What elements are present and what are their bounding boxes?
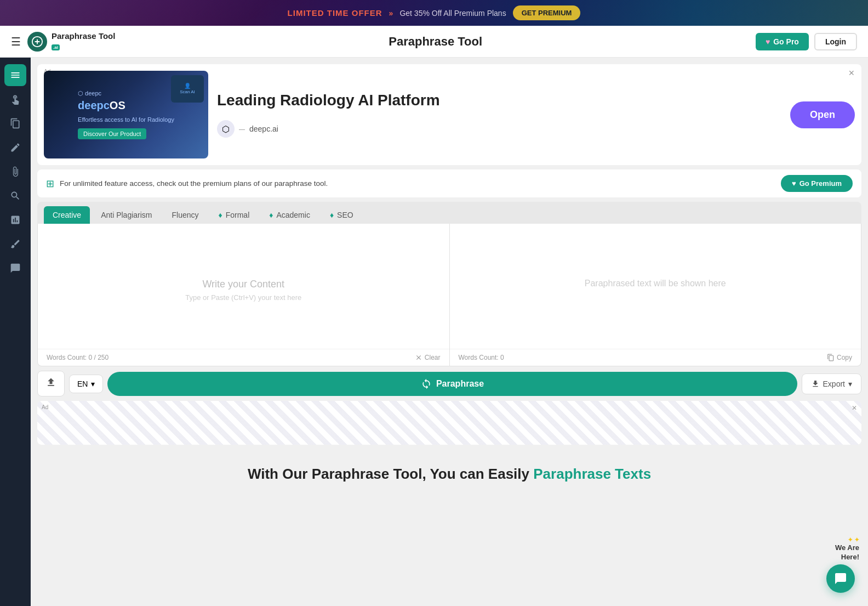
banner-arrow: » [389,9,393,18]
bottom-section: With Our Paraphrase Tool, You can Easily… [31,449,868,499]
output-placeholder: Paraphrased text will be shown here [461,279,850,288]
seo-diamond-icon: ♦ [330,211,334,219]
bottom-heading-black: With Our Paraphrase Tool, You can Easily [248,466,529,482]
logo-icon [27,32,47,52]
premium-heart-icon: ♥ [792,179,796,188]
editor-container: Write your Content Type or Paste (Ctrl+V… [37,224,861,366]
chat-bubble-button[interactable] [826,564,855,593]
bottom-ad-label: Ad [42,404,48,410]
ad-tagline: Effortless access to AI for Radiology [78,116,174,123]
paraphrase-button[interactable]: Paraphrase [107,372,797,396]
ad-company-name: deepc.ai [249,124,278,133]
bottom-heading-green: Paraphrase Texts [533,466,651,482]
go-pro-button[interactable]: ♥ Go Pro [756,33,809,50]
sidebar-item-hand[interactable] [4,88,26,110]
ad-banner: Ad ✕ ⬡ deepc deepcOS Effortless access t… [37,64,861,165]
we-are-here-label: ✦ ✦ We Are Here! [835,536,859,562]
editor-left: Write your Content Type or Paste (Ctrl+V… [38,224,450,366]
menu-icon[interactable]: ☰ [11,35,21,48]
bottom-heading: With Our Paraphrase Tool, You can Easily… [42,466,857,483]
header-actions: ♥ Go Pro Login [756,33,857,50]
main-layout: Ad ✕ ⬡ deepc deepcOS Effortless access t… [0,58,868,606]
ad-pattern [37,401,861,445]
ad-image: ⬡ deepc deepcOS Effortless access to AI … [44,71,208,158]
tab-formal[interactable]: ♦ Formal [210,206,259,224]
clear-button[interactable]: Clear [415,354,441,361]
ad-company-logo: ⬡ [217,120,235,138]
heart-icon: ♥ [766,37,770,46]
ad-company: ⬡ — deepc.ai [217,120,781,138]
ad-company-dash: — [239,126,245,132]
premium-bar-text: ⊞ For unlimited feature access, check ou… [46,178,328,190]
banner-offer: LIMITED TIME OFFER [288,8,382,18]
sidebar-item-copy[interactable] [4,112,26,134]
logo-badge: .ai [52,44,60,50]
premium-bar-message: For unlimited feature access, check out … [60,179,328,188]
ad-brand: ⬡ deepc [78,90,174,97]
ad-info: Leading Radiology AI Platform ⬡ — deepc.… [217,92,781,138]
ad-close-button[interactable]: ✕ [848,69,855,77]
go-premium-button[interactable]: ♥ Go Premium [781,175,853,192]
export-button[interactable]: Export ▾ [802,373,861,394]
sidebar [0,58,31,606]
sidebar-item-attach[interactable] [4,161,26,183]
ad-logo-main: deepcOS [78,99,174,112]
words-count-right: Words Count: 0 [459,354,504,361]
ad-scan-preview: 👤 Scan AI [171,75,204,103]
sidebar-item-paraphrase[interactable] [4,64,26,86]
language-selector[interactable]: EN ▾ [69,375,103,393]
sidebar-item-chat[interactable] [4,257,26,279]
header: ☰ Paraphrase Tool .ai Paraphrase Tool ♥ … [0,26,868,58]
tab-academic-label: Academic [276,211,310,219]
ad-open-button[interactable]: Open [790,101,855,128]
bottom-toolbar: EN ▾ Paraphrase Export ▾ [37,371,861,397]
sidebar-item-chart[interactable] [4,209,26,231]
language-chevron: ▾ [91,380,95,388]
ad-discover-btn[interactable]: Discover Our Product [78,128,146,139]
words-count-left: Words Count: 0 / 250 [47,354,108,361]
main-content: Ad ✕ ⬡ deepc deepcOS Effortless access t… [31,58,868,606]
tab-creative-label: Creative [53,211,81,219]
tab-creative[interactable]: Creative [44,206,90,224]
tab-anti-plagiarism[interactable]: Anti Plagiarism [92,206,161,224]
sidebar-item-brush[interactable] [4,233,26,255]
copy-button[interactable]: Copy [827,354,852,361]
premium-bar: ⊞ For unlimited feature access, check ou… [37,169,861,197]
grid-icon: ⊞ [46,178,54,190]
page-title: Paraphrase Tool [115,35,755,49]
editor-left-footer: Words Count: 0 / 250 Clear [38,349,449,366]
academic-diamond-icon: ♦ [269,211,273,219]
tab-formal-label: Formal [226,211,250,219]
top-banner: LIMITED TIME OFFER » Get 35% Off All Pre… [0,0,868,26]
input-textarea[interactable] [38,224,449,346]
sidebar-item-search[interactable] [4,185,26,207]
tab-anti-plagiarism-label: Anti Plagiarism [101,211,152,219]
language-label: EN [77,380,88,388]
ad-headline: Leading Radiology AI Platform [217,92,781,109]
formal-diamond-icon: ♦ [219,211,222,219]
tab-fluency-label: Fluency [172,211,199,219]
editor-right: Paraphrased text will be shown here Word… [450,224,861,366]
editor-right-footer: Words Count: 0 Copy [450,349,861,366]
upload-button[interactable] [37,371,65,397]
sidebar-item-edit[interactable] [4,137,26,158]
login-button[interactable]: Login [814,33,857,50]
banner-text: Get 35% Off All Premium Plans [399,9,506,18]
get-premium-banner-button[interactable]: GET PREMIUM [513,5,581,20]
tab-seo-label: SEO [337,211,353,219]
bottom-ad: Ad ✕ [37,401,861,445]
logo-link[interactable]: Paraphrase Tool .ai [27,32,115,52]
tool-tabs: Creative Anti Plagiarism Fluency ♦ Forma… [37,202,861,224]
stars-decoration: ✦ ✦ [835,536,859,543]
tab-seo[interactable]: ♦ SEO [321,206,362,224]
logo-text: Paraphrase Tool [52,32,115,41]
tab-academic[interactable]: ♦ Academic [260,206,319,224]
tab-fluency[interactable]: Fluency [163,206,208,224]
bottom-ad-close[interactable]: ✕ [852,404,857,412]
